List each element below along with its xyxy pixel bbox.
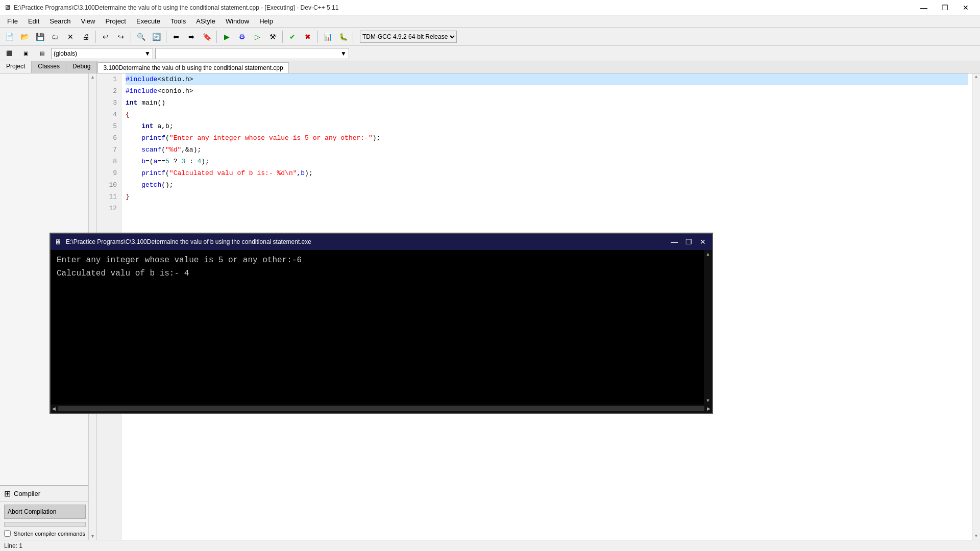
menu-help[interactable]: Help [254, 16, 278, 26]
replace-button[interactable]: 🔄 [149, 30, 163, 44]
console-maximize-button[interactable]: ❐ [683, 237, 694, 247]
app-icon: 🖥 [4, 4, 11, 11]
code-line-4[interactable]: { [126, 109, 968, 120]
code-colon: : [185, 158, 197, 165]
compiler-dropdown[interactable]: TDM-GCC 4.9.2 64-bit Release [360, 31, 457, 43]
preprocessor-1: #include [126, 76, 157, 83]
menu-astyle[interactable]: AStyle [191, 16, 220, 26]
code-line-7[interactable]: scanf("%d",&a); [126, 144, 968, 156]
code-line-3[interactable]: int main() [126, 97, 968, 109]
save-all-button[interactable]: 🗂 [48, 30, 62, 44]
console-titlebar: 🖥 E:\Practice Programs\C\3.100Determaine… [51, 234, 712, 250]
tab-classes[interactable]: Classes [32, 61, 66, 73]
code-eq2: == [157, 158, 165, 165]
tab-debug[interactable]: Debug [66, 61, 97, 73]
keyword-int-1: int [126, 99, 137, 107]
console-line-2: Calculated valu of b is:- 4 [57, 267, 698, 281]
menu-execute[interactable]: Execute [131, 16, 165, 26]
line-num-9: 9 [101, 167, 117, 179]
back-nav-button[interactable]: ⬛ [2, 46, 16, 61]
compile-run-button[interactable]: ▶ [219, 30, 234, 44]
redo-button[interactable]: ↪ [114, 30, 128, 44]
close-button[interactable]: ✕ [955, 2, 976, 14]
code-line-8[interactable]: b=(a==5 ? 3 : 4); [126, 156, 968, 167]
abort-compilation-button[interactable]: Abort Compilation [4, 505, 86, 519]
tab-project[interactable]: Project [0, 61, 32, 73]
console-scroll-right[interactable]: ▶ [705, 405, 712, 413]
undo-button[interactable]: ↩ [99, 30, 113, 44]
toolbar-sep-1 [95, 31, 96, 43]
var-b2: b [301, 169, 305, 177]
close-file-button[interactable]: ✕ [63, 30, 78, 44]
minimize-button[interactable]: — [913, 2, 935, 14]
print-button[interactable]: 🖨 [79, 30, 93, 44]
file-tab-label[interactable]: 3.100Determaine the valu of b using the … [97, 62, 288, 73]
console-scrollbar[interactable]: ▲ ▼ [704, 250, 712, 405]
code-line-12[interactable] [126, 203, 968, 214]
compile-button[interactable]: ⚙ [235, 30, 249, 44]
status-line: Line: 1 [4, 542, 22, 549]
printf-2: printf [141, 169, 165, 177]
code-line-9[interactable]: printf("Calculated valu of b is:- %d\n",… [126, 167, 968, 179]
indent-button[interactable]: ⬅ [169, 30, 183, 44]
title-text: E:\Practice Programs\C\3.100Determaine t… [14, 4, 913, 11]
debug-button[interactable]: 🐛 [336, 30, 350, 44]
code-line-6[interactable]: printf("Enter any integer whose value is… [126, 132, 968, 144]
console-scroll-down[interactable]: ▼ [704, 396, 712, 405]
menu-edit[interactable]: Edit [23, 16, 44, 26]
code-line-1[interactable]: #include<stdio.h> [126, 73, 968, 85]
line-num-11: 11 [101, 191, 117, 203]
line-num-12: 12 [101, 203, 117, 214]
maximize-button[interactable]: ❐ [935, 2, 955, 14]
console-bottom-scrollbar[interactable]: ◀ ▶ [51, 405, 712, 413]
bottom-panel: ⊞ Compiler Abort Compilation Shorten com… [0, 485, 96, 540]
console-close-button[interactable]: ✕ [698, 237, 708, 247]
brace-open: { [126, 111, 130, 118]
find-button[interactable]: 🔍 [134, 30, 148, 44]
code-text-3: main() [137, 99, 165, 107]
toolbar-sep-6 [317, 31, 318, 43]
toggle-button[interactable]: 🔖 [200, 30, 214, 44]
code-paren-7a: ( [161, 146, 165, 154]
code-line-11[interactable]: } [126, 191, 968, 203]
chart-button[interactable]: 📊 [321, 30, 335, 44]
console-title: E:\Practice Programs\C\3.100Determaine t… [66, 238, 665, 245]
menu-project[interactable]: Project [101, 16, 131, 26]
code-line-10[interactable]: getch(); [126, 179, 968, 191]
menu-view[interactable]: View [76, 16, 101, 26]
save-button[interactable]: 💾 [33, 30, 47, 44]
unindent-button[interactable]: ➡ [184, 30, 199, 44]
open-button[interactable]: 📂 [17, 30, 32, 44]
dropdown-arrow: ▼ [144, 50, 151, 57]
line-num-6: 6 [101, 132, 117, 144]
scroll-down-arrow[interactable]: ▼ [974, 533, 978, 540]
code-line-5[interactable]: int a,b; [126, 120, 968, 132]
console-scroll-left[interactable]: ◀ [51, 405, 57, 413]
globals-dropdown[interactable]: (globals) ▼ [51, 48, 153, 59]
scroll-up-arrow[interactable]: ▲ [974, 73, 978, 81]
code-line-2[interactable]: #include<conio.h> [126, 85, 968, 97]
getch-1: getch [141, 181, 161, 189]
shorten-checkbox[interactable] [4, 530, 11, 537]
rebuild-button[interactable]: ⚒ [265, 30, 280, 44]
code-end-10: (); [161, 181, 173, 189]
console-scroll-up[interactable]: ▲ [704, 250, 712, 258]
editor-scrollbar[interactable]: ▲ ▼ [972, 73, 980, 540]
check-button[interactable]: ✔ [285, 30, 300, 44]
title-bar: 🖥 E:\Practice Programs\C\3.100Determaine… [0, 0, 980, 15]
menu-file[interactable]: File [2, 16, 23, 26]
toolbar-sep-7 [353, 31, 353, 43]
function-dropdown[interactable]: ▼ [155, 48, 349, 59]
sidebar-button[interactable]: ▤ [35, 46, 49, 61]
menu-tools[interactable]: Tools [165, 16, 191, 26]
status-bar: Line: 1 [0, 540, 980, 551]
run-button[interactable]: ▷ [250, 30, 264, 44]
menu-search[interactable]: Search [44, 16, 76, 26]
menu-window[interactable]: Window [220, 16, 254, 26]
console-hscroll-thumb [58, 406, 704, 411]
toolbar: 📄 📂 💾 🗂 ✕ 🖨 ↩ ↪ 🔍 🔄 ⬅ ➡ 🔖 ▶ ⚙ ▷ ⚒ ✔ ✖ 📊 … [0, 28, 980, 46]
console-minimize-button[interactable]: — [669, 237, 679, 247]
layout-button[interactable]: ▣ [18, 46, 33, 61]
stop-button[interactable]: ✖ [301, 30, 315, 44]
new-button[interactable]: 📄 [2, 30, 16, 44]
